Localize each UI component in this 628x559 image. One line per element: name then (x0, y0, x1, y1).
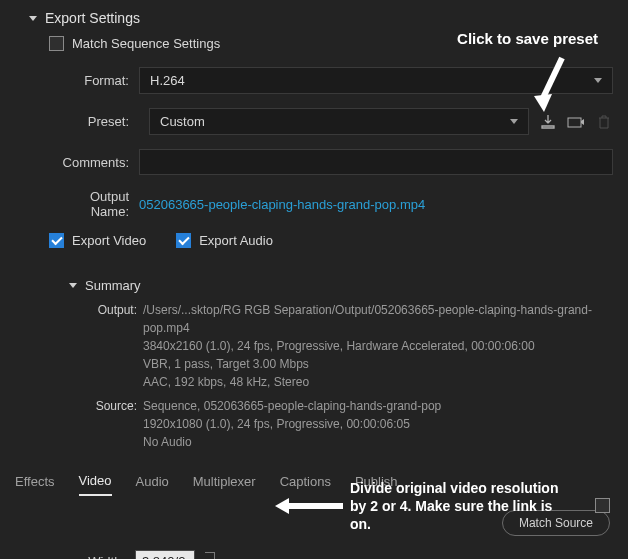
match-source-button[interactable]: Match Source (502, 510, 610, 536)
chevron-down-icon (594, 78, 602, 83)
tab-multiplexer[interactable]: Multiplexer (193, 474, 256, 495)
chevron-down-icon (510, 119, 518, 124)
import-preset-button[interactable] (567, 113, 585, 131)
tab-audio[interactable]: Audio (136, 474, 169, 495)
width-input[interactable] (135, 550, 195, 559)
import-icon (567, 115, 585, 129)
section-title: Export Settings (45, 10, 140, 26)
summary-header[interactable]: Summary (49, 278, 613, 293)
export-video-label: Export Video (72, 233, 146, 248)
tab-captions[interactable]: Captions (280, 474, 331, 495)
width-label: Width: (80, 554, 135, 559)
tab-video[interactable]: Video (79, 473, 112, 496)
summary-source-key: Source: (95, 397, 143, 451)
output-name-label: Output Name: (49, 189, 139, 219)
format-dropdown[interactable]: H.264 (139, 67, 613, 94)
comments-input[interactable] (139, 149, 613, 175)
preset-value: Custom (160, 114, 205, 129)
match-sequence-label: Match Sequence Settings (72, 36, 220, 51)
chevron-down-icon (29, 16, 37, 21)
save-preset-button[interactable] (539, 113, 557, 131)
tab-publish[interactable]: Publish (355, 474, 398, 495)
summary-title: Summary (85, 278, 141, 293)
summary-output-value: /Users/...sktop/RG RGB Separation/Output… (143, 301, 613, 391)
delete-preset-button[interactable] (595, 113, 613, 131)
comments-label: Comments: (49, 155, 139, 170)
export-video-row: Export Video (49, 233, 146, 248)
preset-dropdown[interactable]: Custom (149, 108, 529, 135)
preset-label: Preset: (49, 114, 139, 129)
summary-output-key: Output: (95, 301, 143, 391)
output-name-link[interactable]: 052063665-people-claping-hands-grand-pop… (139, 197, 425, 212)
export-audio-checkbox[interactable] (176, 233, 191, 248)
export-video-checkbox[interactable] (49, 233, 64, 248)
format-value: H.264 (150, 73, 185, 88)
svg-rect-0 (568, 118, 581, 127)
match-sequence-checkbox[interactable] (49, 36, 64, 51)
download-icon (540, 114, 556, 130)
export-audio-label: Export Audio (199, 233, 273, 248)
trash-icon (597, 114, 611, 130)
export-settings-header[interactable]: Export Settings (15, 10, 613, 26)
link-bracket (205, 552, 215, 559)
dimensions-checkbox[interactable] (595, 498, 610, 513)
match-sequence-row: Match Sequence Settings (49, 36, 613, 51)
export-audio-row: Export Audio (176, 233, 273, 248)
tab-bar: Effects Video Audio Multiplexer Captions… (0, 473, 628, 496)
tab-effects[interactable]: Effects (15, 474, 55, 495)
format-label: Format: (49, 73, 139, 88)
summary-source-value: Sequence, 052063665-people-claping-hands… (143, 397, 613, 451)
chevron-down-icon (69, 283, 77, 288)
